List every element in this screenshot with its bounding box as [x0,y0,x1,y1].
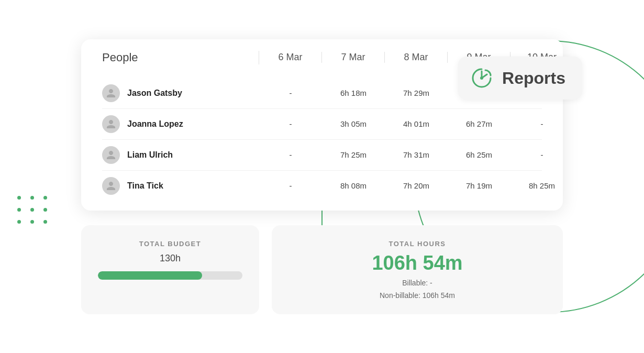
table-row: Liam Ulrich - 7h 25m 7h 31m 6h 25m - [102,140,542,171]
time-cell: 7h 20m [385,181,448,190]
time-cell: 6h 25m [448,150,510,159]
avatar [102,115,120,133]
time-cell: 7h 31m [385,150,448,159]
time-cell: - [510,119,563,128]
billable-detail: Billable: - [402,279,432,287]
person-cell: Jason Gatsby [102,84,259,102]
avatar [102,177,120,195]
reports-icon [470,66,494,90]
time-cell: 6h 27m [448,119,510,128]
budget-card: TOTAL BUDGET 130h [81,225,259,314]
column-date-1: 6 Mar [259,52,322,63]
person-cell: Joanna Lopez [102,115,259,133]
time-cell: 4h 01m [385,119,448,128]
time-cell: 6h 18m [322,89,385,97]
hours-value: 106h 54m [372,252,462,274]
table-row: Joanna Lopez - 3h 05m 4h 01m 6h 27m - [102,109,542,140]
hours-card: TOTAL HOURS 106h 54m Billable: - Non-bil… [272,225,563,314]
budget-label: TOTAL BUDGET [139,240,201,248]
main-container: Reports People 6 Mar 7 Mar 8 Mar 9 Mar 1… [0,0,644,353]
person-name: Liam Ulrich [127,150,173,160]
person-name: Tina Tick [127,181,163,191]
time-cell: 8h 25m [510,181,563,190]
svg-point-0 [480,76,483,80]
avatar [102,146,120,164]
time-cell: - [259,181,322,190]
decorative-dots [16,194,49,230]
table-row: Tina Tick - 8h 08m 7h 20m 7h 19m 8h 25m [102,171,542,201]
reports-card[interactable]: Reports [458,57,582,100]
avatar [102,84,120,102]
column-date-2: 7 Mar [322,52,385,63]
time-cell: 7h 25m [322,150,385,159]
budget-value: 130h [160,253,181,264]
progress-bar-fill [98,271,202,280]
person-name: Jason Gatsby [127,89,182,98]
time-cell: - [259,89,322,97]
column-people: People [102,51,259,64]
person-cell: Tina Tick [102,177,259,195]
time-cell: 8h 08m [322,181,385,190]
person-cell: Liam Ulrich [102,146,259,164]
reports-label: Reports [502,69,565,88]
person-name: Joanna Lopez [127,119,183,129]
time-cell: - [259,119,322,128]
bottom-row: TOTAL BUDGET 130h TOTAL HOURS 106h 54m B… [81,225,563,314]
time-cell: - [259,150,322,159]
progress-bar-track [98,271,242,280]
time-cell: 3h 05m [322,119,385,128]
time-cell: 7h 19m [448,181,510,190]
time-cell: 7h 29m [385,89,448,97]
non-billable-detail: Non-billable: 106h 54m [380,291,455,300]
hours-label: TOTAL HOURS [389,240,446,248]
column-date-3: 8 Mar [385,52,448,63]
time-cell: - [510,150,563,159]
